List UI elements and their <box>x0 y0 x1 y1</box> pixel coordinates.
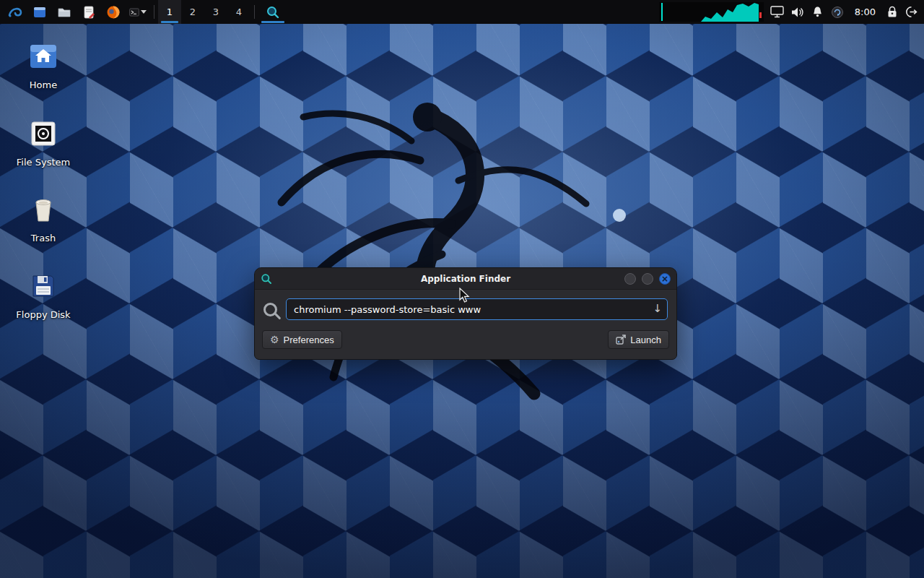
preferences-button[interactable]: ⚙ Preferences <box>262 330 342 349</box>
bell-icon <box>811 6 824 18</box>
panel-separator <box>154 5 154 19</box>
launch-label: Launch <box>630 335 661 345</box>
firefox-icon <box>106 5 121 20</box>
lock-icon <box>886 6 898 18</box>
launch-icon <box>616 335 626 345</box>
file-manager-launcher[interactable] <box>52 0 77 24</box>
kali-menu-button[interactable] <box>3 0 27 24</box>
display-settings-tray[interactable] <box>767 0 788 24</box>
file-system-icon <box>27 118 59 151</box>
command-input[interactable] <box>286 298 668 320</box>
notifications-tray[interactable] <box>808 0 827 24</box>
gear-icon: ⚙ <box>270 335 279 345</box>
panel-separator <box>254 5 255 19</box>
workspace-button-4[interactable]: 4 <box>227 0 250 24</box>
cpu-graph-plot <box>659 2 764 22</box>
window-title: Application Finder <box>255 274 676 284</box>
preferences-label: Preferences <box>284 335 334 345</box>
desktop-icon-label: Floppy Disk <box>12 309 75 320</box>
minimize-button[interactable] <box>624 273 636 285</box>
search-icon <box>266 5 280 20</box>
text-editor-launcher[interactable] <box>77 0 101 24</box>
desktop-icon-home[interactable]: Home <box>12 40 75 90</box>
desktop-icon-trash[interactable]: Trash <box>12 194 75 243</box>
cpu-graph[interactable] <box>656 0 767 24</box>
logout-tray[interactable] <box>902 0 921 24</box>
kali-dragon-silhouette <box>195 72 642 412</box>
floppy-disk-icon <box>27 270 59 303</box>
workspace-button-1[interactable]: 1 <box>158 0 181 24</box>
application-finder-icon <box>261 273 272 285</box>
window-icon <box>32 5 47 20</box>
terminal-icon <box>129 5 139 20</box>
desktop-icon-floppy-disk[interactable]: Floppy Disk <box>12 270 75 320</box>
desktop-icon-label: Home <box>12 79 75 90</box>
kali-logo-icon <box>7 4 23 20</box>
home-icon <box>27 40 59 74</box>
maximize-button[interactable] <box>642 273 653 285</box>
desktop-icon-label: File System <box>12 157 75 168</box>
chevron-down-icon[interactable] <box>141 10 147 14</box>
volume-tray[interactable] <box>788 0 808 24</box>
files-launcher[interactable] <box>27 0 52 24</box>
folder-icon <box>57 5 71 20</box>
taskbar-application-finder[interactable] <box>258 0 287 24</box>
workspace-button-3[interactable]: 3 <box>204 0 227 24</box>
trash-icon <box>27 194 59 227</box>
document-icon <box>82 5 96 20</box>
workspace-button-2[interactable]: 2 <box>181 0 204 24</box>
titlebar[interactable]: Application Finder × <box>255 268 676 290</box>
firefox-launcher[interactable] <box>101 0 126 24</box>
panel-spacer <box>287 0 656 24</box>
desktop-icon-file-system[interactable]: File System <box>12 118 75 168</box>
clock[interactable]: 8:00 <box>847 0 883 24</box>
update-orb-icon <box>831 6 844 19</box>
logout-icon <box>905 6 918 18</box>
terminal-launcher[interactable] <box>126 0 150 24</box>
speaker-icon <box>791 7 804 18</box>
search-icon <box>263 303 277 316</box>
application-finder-window: Application Finder × ↓ ⚙ Preferences Lau… <box>254 267 677 360</box>
desktop-icon-label: Trash <box>12 233 75 243</box>
updates-tray[interactable] <box>827 0 847 24</box>
close-button[interactable]: × <box>659 273 671 285</box>
display-icon <box>770 6 784 18</box>
screen-lock-tray[interactable] <box>883 0 902 24</box>
top-panel: 1 2 3 4 <box>0 0 924 24</box>
launch-button[interactable]: Launch <box>608 330 669 349</box>
